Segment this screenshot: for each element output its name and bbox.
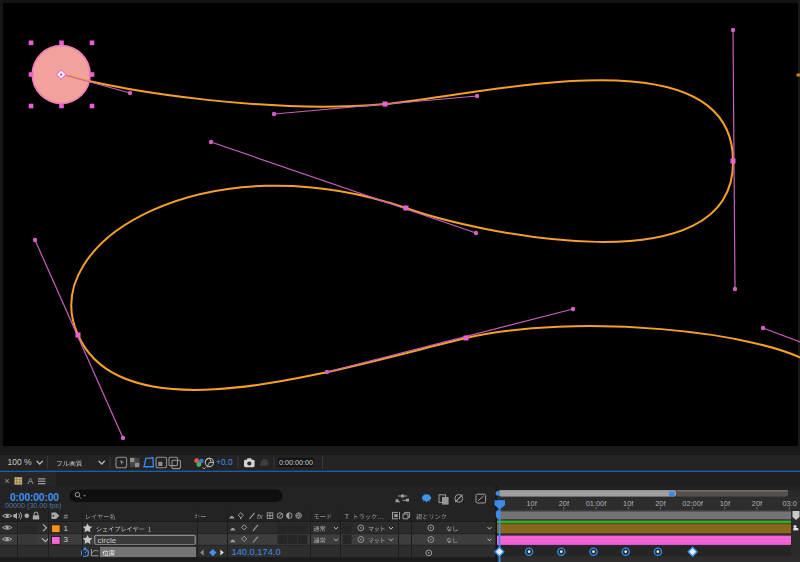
svg-text:3: 3 (64, 535, 69, 544)
svg-text:T: T (345, 512, 350, 521)
svg-text:1: 1 (64, 524, 69, 533)
svg-text:×: × (5, 476, 10, 486)
svg-text:...: ... (378, 512, 384, 521)
svg-text:00000 (30.00 fps): 00000 (30.00 fps) (5, 501, 61, 510)
svg-text:+0.0: +0.0 (216, 457, 233, 467)
svg-text:fx: fx (257, 512, 263, 521)
svg-text:#: # (64, 512, 69, 521)
svg-text:140.0,174.0: 140.0,174.0 (232, 547, 281, 557)
svg-text:A: A (28, 476, 34, 486)
svg-text:circle: circle (98, 536, 117, 545)
svg-text:0:00:00:00: 0:00:00:00 (279, 458, 313, 467)
svg-text:100 %: 100 % (8, 457, 33, 467)
